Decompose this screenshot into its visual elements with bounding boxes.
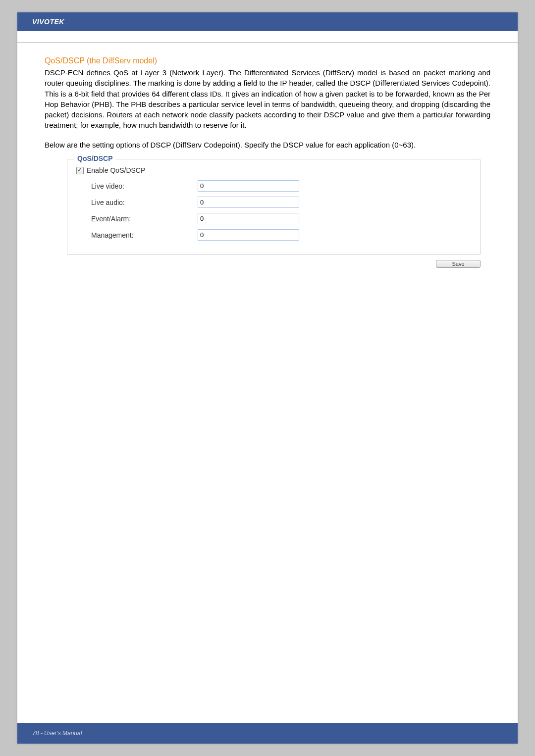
qos-fieldset-wrap: QoS/DSCP Enable QoS/DSCP Live video: Liv… xyxy=(67,159,481,255)
paragraph-1: DSCP-ECN defines QoS at Layer 3 (Network… xyxy=(45,67,490,131)
save-row: Save xyxy=(45,259,481,268)
row-live-video: Live video: xyxy=(76,180,471,192)
label-event-alarm: Event/Alarm: xyxy=(91,215,198,223)
save-button[interactable]: Save xyxy=(436,260,481,268)
footer-page-label: 78 - User's Manual xyxy=(32,730,82,737)
label-management: Management: xyxy=(91,231,198,239)
enable-checkbox-label: Enable QoS/DSCP xyxy=(87,166,145,174)
paragraph-2: Below are the setting options of DSCP (D… xyxy=(45,140,490,150)
row-event-alarm: Event/Alarm: xyxy=(76,213,471,224)
document-page: VIVOTEK QoS/DSCP (the DiffServ model) DS… xyxy=(17,12,518,744)
fieldset-legend: QoS/DSCP xyxy=(74,154,116,162)
input-event-alarm[interactable] xyxy=(198,213,299,224)
row-management: Management: xyxy=(76,229,471,241)
input-management[interactable] xyxy=(198,229,299,241)
input-live-audio[interactable] xyxy=(198,197,299,208)
input-live-video[interactable] xyxy=(198,180,299,192)
row-live-audio: Live audio: xyxy=(76,197,471,208)
enable-checkbox-row[interactable]: Enable QoS/DSCP xyxy=(76,166,471,174)
section-heading: QoS/DSCP (the DiffServ model) xyxy=(45,56,490,65)
header-bar: VIVOTEK xyxy=(17,12,518,31)
brand-logo: VIVOTEK xyxy=(32,18,64,26)
label-live-video: Live video: xyxy=(91,182,198,190)
footer-bar: 78 - User's Manual xyxy=(17,723,518,744)
label-live-audio: Live audio: xyxy=(91,199,198,206)
checkbox-icon[interactable] xyxy=(76,167,84,174)
content-area: QoS/DSCP (the DiffServ model) DSCP-ECN d… xyxy=(17,43,518,268)
qos-fieldset: QoS/DSCP Enable QoS/DSCP Live video: Liv… xyxy=(67,159,481,255)
